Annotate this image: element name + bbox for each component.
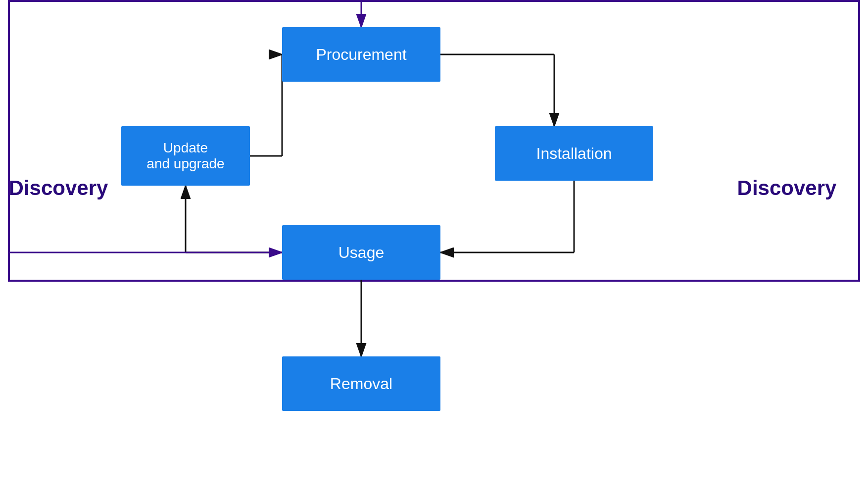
discovery-label-right: Discovery — [713, 154, 861, 221]
update-upgrade-node: Updateand upgrade — [121, 126, 250, 186]
removal-node: Removal — [282, 356, 440, 411]
procurement-label: Procurement — [316, 46, 406, 64]
installation-label: Installation — [536, 145, 612, 163]
usage-label: Usage — [338, 244, 385, 262]
update-upgrade-label: Updateand upgrade — [146, 140, 224, 172]
discovery-label-left: Discovery — [4, 154, 113, 221]
removal-label: Removal — [330, 375, 392, 393]
diagram-container: Procurement Installation Usage Updateand… — [0, 0, 868, 498]
procurement-node: Procurement — [282, 27, 440, 82]
installation-node: Installation — [495, 126, 653, 181]
usage-node: Usage — [282, 225, 440, 280]
